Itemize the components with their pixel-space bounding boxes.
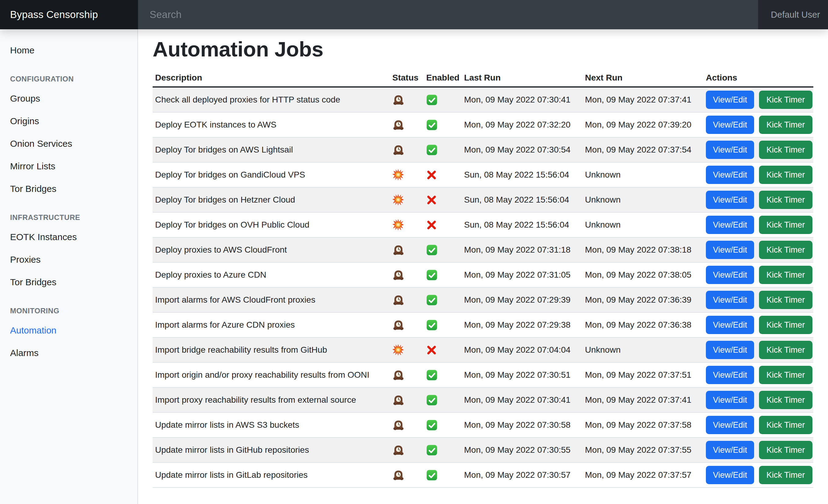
view-edit-button[interactable]: View/Edit: [706, 366, 754, 384]
actions-cell: View/Edit Kick Timer: [703, 187, 813, 212]
kick-timer-button[interactable]: Kick Timer: [759, 116, 813, 134]
mantel-clock-icon: [392, 119, 405, 131]
view-edit-button[interactable]: View/Edit: [706, 116, 754, 134]
mantel-clock-icon: [392, 269, 405, 281]
view-edit-button[interactable]: View/Edit: [706, 291, 754, 309]
job-description-cell: Import alarms for Azure CDN proxies: [153, 312, 390, 337]
job-description-cell: Import alarms for AWS CloudFront proxies: [153, 287, 390, 312]
view-edit-button[interactable]: View/Edit: [706, 91, 754, 109]
sidebar-item-proxies[interactable]: Proxies: [0, 248, 137, 271]
enabled-cell: [424, 287, 462, 312]
kick-timer-button[interactable]: Kick Timer: [759, 316, 813, 334]
kick-timer-button[interactable]: Kick Timer: [759, 341, 813, 359]
sidebar-section-header: Configuration: [0, 74, 137, 84]
job-description-cell: Import origin and/or proxy reachability …: [153, 362, 390, 387]
sidebar-item-mirror-lists[interactable]: Mirror Lists: [0, 155, 137, 178]
view-edit-button[interactable]: View/Edit: [706, 391, 754, 409]
kick-timer-button[interactable]: Kick Timer: [759, 441, 813, 459]
status-cell: [390, 212, 424, 237]
job-description-cell: Deploy Tor bridges on GandiCloud VPS: [153, 162, 390, 187]
user-menu[interactable]: Default User: [758, 0, 828, 29]
cross-icon: [426, 170, 437, 180]
view-edit-button[interactable]: View/Edit: [706, 316, 754, 334]
status-cell: [390, 237, 424, 262]
kick-timer-button[interactable]: Kick Timer: [759, 141, 813, 159]
sidebar-item-onion-services[interactable]: Onion Services: [0, 132, 137, 155]
next-run-cell: Mon, 09 May 2022 07:37:57: [583, 462, 703, 488]
enabled-cell: [424, 187, 462, 212]
kick-timer-button[interactable]: Kick Timer: [759, 466, 813, 484]
next-run-cell: Mon, 09 May 2022 07:37:58: [583, 412, 703, 438]
status-cell: [390, 362, 424, 387]
view-edit-button[interactable]: View/Edit: [706, 141, 754, 159]
kick-timer-button[interactable]: Kick Timer: [759, 241, 813, 259]
kick-timer-button[interactable]: Kick Timer: [759, 391, 813, 409]
table-row: Deploy proxies to AWS CloudFront Mon, 09…: [153, 237, 813, 262]
sidebar-item-origins[interactable]: Origins: [0, 110, 137, 132]
view-edit-button[interactable]: View/Edit: [706, 441, 754, 459]
view-edit-button[interactable]: View/Edit: [706, 216, 754, 234]
column-header-last-run: Last Run: [462, 69, 583, 87]
kick-timer-button[interactable]: Kick Timer: [759, 191, 813, 209]
collision-icon: [392, 219, 404, 231]
job-description-cell: Import proxy reachability results from e…: [153, 387, 390, 412]
next-run-cell: Mon, 09 May 2022 07:38:05: [583, 262, 703, 287]
sidebar-item-tor-bridges[interactable]: Tor Bridges: [0, 178, 137, 200]
kick-timer-button[interactable]: Kick Timer: [759, 266, 813, 284]
last-run-cell: Mon, 09 May 2022 07:30:57: [462, 462, 583, 488]
status-cell: [390, 162, 424, 187]
last-run-cell: Mon, 09 May 2022 07:30:55: [462, 438, 583, 462]
enabled-cell: [424, 112, 462, 137]
sidebar-section-header: Infrastructure: [0, 212, 137, 223]
view-edit-button[interactable]: View/Edit: [706, 266, 754, 284]
top-navbar: Bypass Censorship Default User: [0, 0, 828, 29]
sidebar-item-eotk-instances[interactable]: EOTK Instances: [0, 226, 137, 248]
kick-timer-button[interactable]: Kick Timer: [759, 216, 813, 234]
view-edit-button[interactable]: View/Edit: [706, 416, 754, 434]
actions-cell: View/Edit Kick Timer: [703, 312, 813, 337]
next-run-cell: Mon, 09 May 2022 07:37:55: [583, 438, 703, 462]
job-description-cell: Deploy EOTK instances to AWS: [153, 112, 390, 137]
kick-timer-button[interactable]: Kick Timer: [759, 366, 813, 384]
sidebar-item-alarms[interactable]: Alarms: [0, 342, 137, 364]
next-run-cell: Mon, 09 May 2022 07:37:41: [583, 87, 703, 112]
enabled-cell: [424, 362, 462, 387]
enabled-cell: [424, 312, 462, 337]
enabled-cell: [424, 387, 462, 412]
next-run-cell: Mon, 09 May 2022 07:36:39: [583, 287, 703, 312]
main-content: Automation Jobs Description Status Enabl…: [138, 29, 828, 504]
view-edit-button[interactable]: View/Edit: [706, 241, 754, 259]
kick-timer-button[interactable]: Kick Timer: [759, 166, 813, 184]
enabled-cell: [424, 137, 462, 162]
last-run-cell: Mon, 09 May 2022 07:04:04: [462, 337, 583, 362]
job-description-cell: Update mirror lists in GitHub repositori…: [153, 438, 390, 462]
last-run-cell: Mon, 09 May 2022 07:30:41: [462, 387, 583, 412]
app-brand[interactable]: Bypass Censorship: [0, 0, 138, 29]
next-run-cell: Mon, 09 May 2022 07:37:54: [583, 137, 703, 162]
sidebar-item-groups[interactable]: Groups: [0, 87, 137, 110]
last-run-cell: Sun, 08 May 2022 15:56:04: [462, 212, 583, 237]
sidebar-item-tor-bridges[interactable]: Tor Bridges: [0, 271, 137, 293]
column-header-next-run: Next Run: [583, 69, 703, 87]
view-edit-button[interactable]: View/Edit: [706, 191, 754, 209]
table-row: Update mirror lists in GitHub repositori…: [153, 438, 813, 462]
kick-timer-button[interactable]: Kick Timer: [759, 416, 813, 434]
sidebar-item-home[interactable]: Home: [0, 39, 137, 62]
collision-icon: [392, 194, 404, 205]
sidebar-item-automation[interactable]: Automation: [0, 319, 137, 342]
enabled-cell: [424, 162, 462, 187]
table-row: Deploy Tor bridges on Hetzner Cloud Sun,…: [153, 187, 813, 212]
table-row: Import alarms for Azure CDN proxies Mon,…: [153, 312, 813, 337]
kick-timer-button[interactable]: Kick Timer: [759, 291, 813, 309]
table-row: Import proxy reachability results from e…: [153, 387, 813, 412]
sidebar: HomeConfigurationGroupsOriginsOnion Serv…: [0, 29, 138, 504]
view-edit-button[interactable]: View/Edit: [706, 166, 754, 184]
status-cell: [390, 312, 424, 337]
status-cell: [390, 112, 424, 137]
status-cell: [390, 438, 424, 462]
kick-timer-button[interactable]: Kick Timer: [759, 91, 813, 109]
view-edit-button[interactable]: View/Edit: [706, 341, 754, 359]
view-edit-button[interactable]: View/Edit: [706, 466, 754, 484]
search-input[interactable]: [138, 0, 758, 29]
page-title: Automation Jobs: [153, 37, 813, 61]
